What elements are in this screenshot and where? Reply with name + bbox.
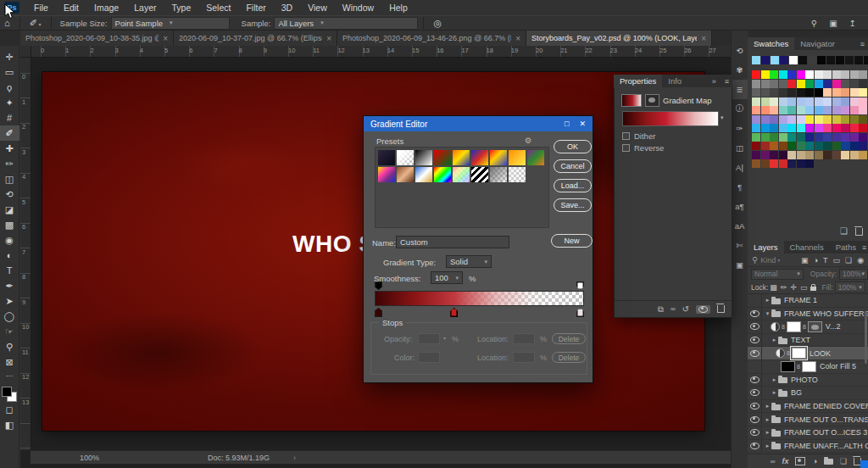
layer-visibility-toggle[interactable] bbox=[748, 440, 762, 453]
opacity-stop[interactable] bbox=[375, 281, 382, 290]
color-swatch[interactable] bbox=[815, 151, 823, 159]
color-swatch[interactable] bbox=[761, 80, 770, 88]
opacity-dropdown[interactable]: 100%▾ bbox=[839, 269, 868, 280]
color-swatch[interactable] bbox=[752, 80, 760, 88]
recent-swatch[interactable] bbox=[761, 56, 770, 64]
color-swatch[interactable] bbox=[841, 142, 849, 150]
libraries-panel-icon[interactable]: ▣ bbox=[732, 255, 748, 275]
color-swatch[interactable] bbox=[832, 124, 841, 132]
color-swatch[interactable] bbox=[779, 124, 787, 132]
color-stop-selected[interactable] bbox=[450, 308, 458, 317]
sampling-ring-icon[interactable]: ◎ bbox=[433, 18, 442, 29]
screen-mode-icon[interactable]: ◧ bbox=[0, 417, 19, 432]
color-swatch[interactable] bbox=[779, 142, 787, 150]
dialog-title-bar[interactable]: Gradient Editor □ ✕ bbox=[364, 116, 593, 131]
eyedropper-tool[interactable]: ✐ bbox=[0, 125, 19, 141]
layer-visibility-toggle[interactable] bbox=[748, 334, 762, 347]
delete-adjustment-icon[interactable] bbox=[717, 305, 725, 313]
color-swatch[interactable] bbox=[787, 142, 796, 150]
color-swatch[interactable] bbox=[761, 142, 770, 150]
panel-menu-icon[interactable]: ≡ bbox=[725, 77, 729, 86]
layer-row[interactable]: ▸BG bbox=[748, 387, 868, 400]
gradient-preset-copper[interactable] bbox=[397, 167, 414, 182]
layer-visibility-toggle[interactable] bbox=[748, 374, 762, 387]
lock-artboard-icon[interactable]: ▭ bbox=[800, 283, 808, 292]
color-swatch[interactable] bbox=[761, 115, 770, 124]
filter-type-layers-icon[interactable]: T bbox=[823, 256, 828, 265]
color-swatch[interactable] bbox=[761, 133, 770, 142]
color-swatch[interactable] bbox=[770, 80, 778, 88]
vertical-ruler[interactable]: 012345678910111213 bbox=[20, 57, 31, 450]
layer-row[interactable]: ▸FRAME DENIED COVERAGE bbox=[748, 400, 868, 414]
color-swatch[interactable] bbox=[770, 70, 778, 79]
color-swatch[interactable] bbox=[779, 98, 787, 106]
recent-swatch[interactable] bbox=[798, 56, 807, 64]
color-swatch[interactable] bbox=[823, 142, 832, 150]
gradient-picker-chevron-icon[interactable]: ▾ bbox=[721, 114, 724, 121]
menu-layer[interactable]: Layer bbox=[126, 0, 164, 15]
opacity-stop[interactable] bbox=[576, 281, 584, 290]
foreground-color-swatch[interactable] bbox=[2, 387, 12, 397]
new-button[interactable]: New bbox=[551, 234, 593, 248]
color-swatch[interactable] bbox=[832, 98, 841, 106]
history-brush-tool[interactable]: ⟲ bbox=[0, 187, 19, 202]
color-swatch[interactable] bbox=[805, 159, 814, 168]
color-swatch[interactable] bbox=[770, 124, 778, 132]
layer-thumbnail[interactable] bbox=[792, 348, 806, 359]
tab-close-icon[interactable]: × bbox=[515, 34, 520, 43]
color-swatch[interactable] bbox=[797, 124, 805, 132]
color-swatch[interactable] bbox=[805, 98, 814, 106]
color-swatch[interactable] bbox=[797, 70, 805, 79]
color-swatch[interactable] bbox=[770, 133, 778, 142]
smoothness-input[interactable]: 100▾ bbox=[431, 271, 463, 284]
color-swatch[interactable] bbox=[797, 142, 805, 150]
color-swatch[interactable] bbox=[859, 80, 867, 88]
color-swatch[interactable] bbox=[787, 133, 796, 142]
tab-paths[interactable]: Paths bbox=[830, 241, 862, 254]
layer-thumbnail[interactable] bbox=[781, 361, 795, 372]
character-styles-panel-icon[interactable]: a¶ bbox=[732, 197, 748, 216]
color-swatch[interactable] bbox=[859, 115, 867, 124]
layers-scrollbar[interactable] bbox=[865, 311, 867, 364]
color-swatch[interactable] bbox=[787, 80, 796, 88]
color-swatch[interactable] bbox=[787, 115, 796, 124]
layer-row[interactable]: ▸FRAME OUT O...TRANSITION bbox=[748, 413, 868, 426]
color-swatch[interactable] bbox=[770, 115, 778, 124]
color-swatch[interactable] bbox=[841, 133, 849, 142]
recent-swatch[interactable] bbox=[752, 56, 760, 64]
color-swatch[interactable] bbox=[797, 133, 805, 142]
color-swatch[interactable] bbox=[859, 88, 867, 97]
group-chevron-icon[interactable]: ▸ bbox=[771, 376, 778, 383]
lasso-tool[interactable]: ϙ bbox=[0, 80, 19, 95]
color-swatch[interactable] bbox=[850, 88, 859, 97]
color-swatch[interactable] bbox=[850, 142, 859, 150]
color-swatch[interactable] bbox=[859, 142, 867, 150]
group-chevron-icon[interactable]: ▸ bbox=[771, 337, 778, 343]
layer-visibility-toggle[interactable] bbox=[748, 387, 762, 399]
color-swatch[interactable] bbox=[779, 106, 787, 114]
marquee-tool[interactable]: ▭ bbox=[0, 64, 19, 80]
filter-pixel-layers-icon[interactable]: ▣ bbox=[801, 256, 809, 265]
color-swatch[interactable] bbox=[770, 159, 778, 168]
color-swatch[interactable] bbox=[770, 151, 778, 159]
layer-row[interactable]: ▾FRAME WHO SUFFERS bbox=[748, 308, 868, 321]
tab-channels[interactable]: Channels bbox=[784, 241, 830, 254]
color-swatch[interactable] bbox=[815, 133, 823, 142]
healing-brush-tool[interactable]: ✚ bbox=[0, 141, 19, 156]
color-swatch[interactable] bbox=[779, 159, 787, 168]
toggle-visibility-icon[interactable] bbox=[696, 305, 710, 314]
color-swatch[interactable] bbox=[770, 106, 778, 114]
color-swatch[interactable] bbox=[859, 70, 867, 79]
color-swatch[interactable] bbox=[752, 151, 760, 159]
color-swatch[interactable] bbox=[770, 98, 778, 106]
delete-swatch-icon[interactable] bbox=[855, 228, 863, 236]
color-swatch[interactable] bbox=[823, 151, 832, 159]
color-swatch[interactable] bbox=[859, 151, 867, 159]
color-swatch[interactable] bbox=[832, 142, 841, 150]
zoom-level[interactable]: 100% bbox=[80, 454, 99, 462]
color-swatch[interactable] bbox=[752, 98, 760, 106]
color-swatch[interactable] bbox=[779, 115, 787, 124]
recent-swatch[interactable] bbox=[836, 56, 844, 64]
color-swatch[interactable] bbox=[823, 133, 832, 142]
color-swatch[interactable] bbox=[752, 124, 760, 132]
